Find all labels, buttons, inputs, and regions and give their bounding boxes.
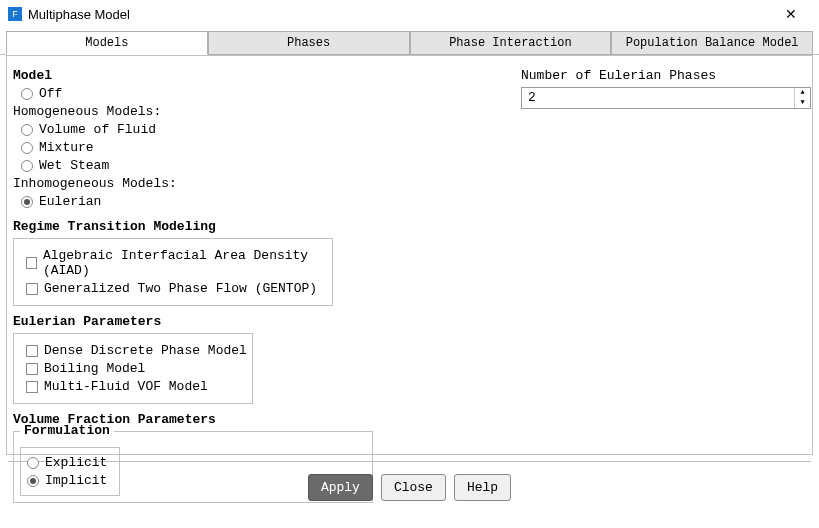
radio-icon [27,475,39,487]
right-column: Number of Eulerian Phases 2 ▲ ▼ [511,66,811,448]
check-label: Boiling Model [44,361,145,376]
radio-label: Mixture [39,140,94,155]
radio-label: Wet Steam [39,158,109,173]
content-area: Model Off Homogeneous Models: Volume of … [6,55,813,455]
phases-spinner[interactable]: 2 ▲ ▼ [521,87,811,109]
close-icon[interactable]: ✕ [771,6,811,22]
spinner-down-icon[interactable]: ▼ [795,98,810,108]
phases-label: Number of Eulerian Phases [521,68,811,83]
rtm-group: Algebraic Interfacial Area Density (AIAD… [13,238,333,306]
eparams-group: Dense Discrete Phase Model Boiling Model… [13,333,253,404]
radio-icon [27,457,39,469]
tab-population-balance[interactable]: Population Balance Model [611,31,813,55]
vfp-inner: Explicit Implicit [20,447,120,496]
radio-explicit[interactable]: Explicit [27,455,115,470]
close-button[interactable]: Close [381,474,446,501]
help-button[interactable]: Help [454,474,511,501]
check-label: Multi-Fluid VOF Model [44,379,208,394]
left-column: Model Off Homogeneous Models: Volume of … [13,66,511,448]
tab-models[interactable]: Models [6,31,208,55]
radio-icon [21,142,33,154]
checkbox-icon [26,283,38,295]
check-gentop[interactable]: Generalized Two Phase Flow (GENTOP) [26,281,328,296]
radio-label: Eulerian [39,194,101,209]
check-label: Algebraic Interfacial Area Density (AIAD… [43,248,328,278]
check-boiling[interactable]: Boiling Model [26,361,248,376]
radio-mixture[interactable]: Mixture [21,140,511,155]
apply-button[interactable]: Apply [308,474,373,501]
homogeneous-label: Homogeneous Models: [13,104,511,119]
radio-eulerian[interactable]: Eulerian [21,194,511,209]
radio-label: Off [39,86,62,101]
vfp-legend: Formulation [20,423,114,438]
check-mfvof[interactable]: Multi-Fluid VOF Model [26,379,248,394]
check-label: Dense Discrete Phase Model [44,343,247,358]
radio-icon [21,88,33,100]
radio-label: Volume of Fluid [39,122,156,137]
phases-value[interactable]: 2 [522,88,794,108]
checkbox-icon [26,363,38,375]
radio-label: Explicit [45,455,107,470]
radio-icon [21,160,33,172]
app-icon: F [8,7,22,21]
radio-vof[interactable]: Volume of Fluid [21,122,511,137]
rtm-heading: Regime Transition Modeling [13,219,511,234]
radio-wet-steam[interactable]: Wet Steam [21,158,511,173]
model-heading: Model [13,68,511,83]
check-ddpm[interactable]: Dense Discrete Phase Model [26,343,248,358]
check-aiad[interactable]: Algebraic Interfacial Area Density (AIAD… [26,248,328,278]
inhomogeneous-label: Inhomogeneous Models: [13,176,511,191]
radio-icon [21,196,33,208]
tab-bar: Models Phases Phase Interaction Populati… [0,30,819,55]
radio-label: Implicit [45,473,107,488]
checkbox-icon [26,257,37,269]
check-label: Generalized Two Phase Flow (GENTOP) [44,281,317,296]
tab-phases[interactable]: Phases [208,31,410,55]
radio-implicit[interactable]: Implicit [27,473,115,488]
spinner-arrows: ▲ ▼ [794,88,810,108]
title-bar: F Multiphase Model ✕ [0,0,819,28]
window-title: Multiphase Model [28,7,771,22]
radio-icon [21,124,33,136]
checkbox-icon [26,345,38,357]
spinner-up-icon[interactable]: ▲ [795,88,810,98]
eparams-heading: Eulerian Parameters [13,314,511,329]
checkbox-icon [26,381,38,393]
radio-off[interactable]: Off [21,86,511,101]
tab-phase-interaction[interactable]: Phase Interaction [410,31,612,55]
